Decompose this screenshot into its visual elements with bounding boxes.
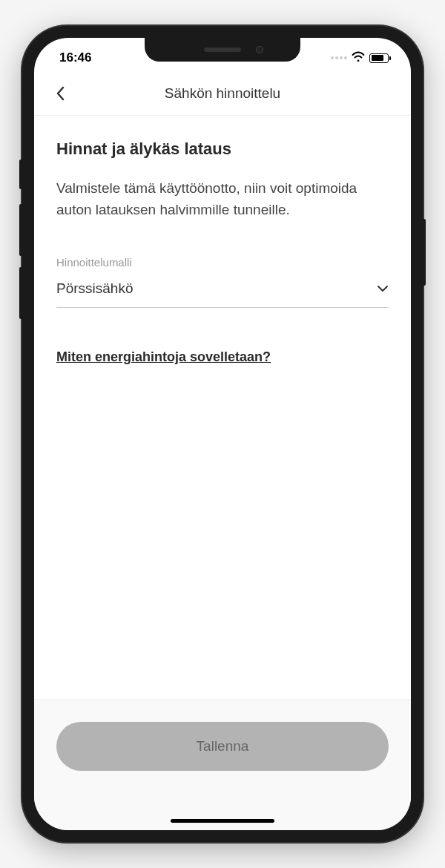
home-indicator[interactable]	[171, 819, 274, 823]
save-button[interactable]: Tallenna	[56, 722, 389, 771]
bottom-section: Tallenna	[34, 699, 411, 830]
phone-screen: 16:46	[34, 38, 411, 830]
battery-fill	[372, 55, 384, 61]
pricing-model-label: Hinnoittelumalli	[56, 256, 389, 269]
pricing-model-select[interactable]: Pörssisähkö	[56, 276, 389, 308]
battery-icon	[369, 53, 389, 63]
back-button[interactable]	[49, 82, 71, 105]
chevron-left-icon	[56, 86, 65, 101]
side-button	[423, 219, 426, 286]
help-link[interactable]: Miten energiahintoja sovelletaan?	[56, 349, 389, 365]
notch-speaker	[204, 47, 241, 52]
chevron-down-icon	[377, 282, 389, 295]
phone-notch	[145, 38, 300, 62]
cellular-dots-icon	[331, 56, 347, 59]
pricing-model-field: Hinnoittelumalli Pörssisähkö	[56, 256, 389, 308]
wifi-icon	[352, 51, 365, 65]
status-icons	[331, 51, 389, 65]
nav-header: Sähkön hinnoittelu	[34, 73, 411, 116]
status-time: 16:46	[59, 50, 91, 65]
section-description: Valmistele tämä käyttöönotto, niin voit …	[56, 178, 389, 220]
section-title: Hinnat ja älykäs lataus	[56, 139, 389, 159]
page-title: Sähkön hinnoittelu	[165, 85, 280, 102]
content-area: Hinnat ja älykäs lataus Valmistele tämä …	[34, 116, 411, 380]
pricing-model-value: Pörssisähkö	[56, 280, 134, 297]
phone-frame: 16:46	[22, 26, 423, 842]
notch-camera	[256, 46, 263, 53]
